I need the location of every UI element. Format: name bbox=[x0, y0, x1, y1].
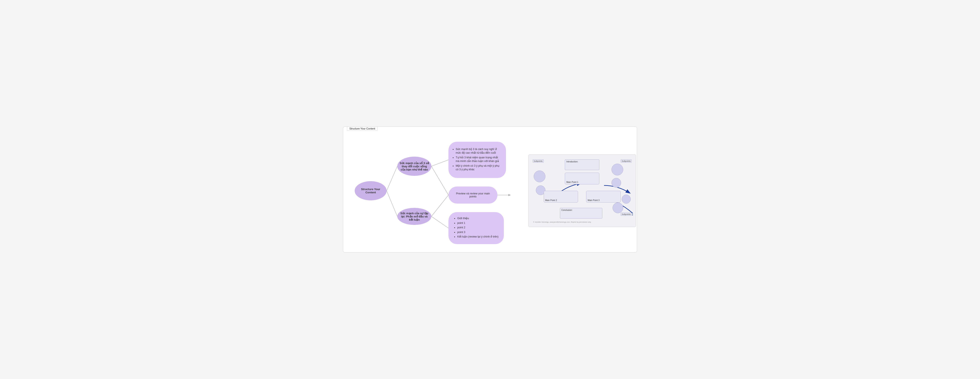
introduction-box: Introduction: bbox=[565, 160, 599, 170]
main-layout: Structure Your Content Sức mạnh của số 3… bbox=[348, 135, 632, 246]
circle-br-1 bbox=[612, 203, 623, 213]
bullet-b4: point 3 bbox=[457, 230, 498, 234]
circle-left-1 bbox=[534, 171, 546, 182]
subpoints-label-2: Subpoints bbox=[620, 160, 632, 163]
circle-right-2 bbox=[611, 178, 621, 187]
main-point-2-box: Main Point 2 bbox=[544, 191, 578, 203]
center-node: Structure Your Content bbox=[355, 181, 387, 200]
conclusion-box: Conclusion: bbox=[560, 208, 603, 219]
bullet-3: Một ý chính có 3 ý phụ và một ý phụ có 3… bbox=[456, 164, 502, 171]
node-bottom-right: Giới thiệu point 1 point 2 point 3 Kết l… bbox=[449, 212, 504, 244]
main-point-1-box: Main Point 1 bbox=[565, 173, 599, 184]
bullet-b3: point 2 bbox=[457, 226, 498, 230]
branch-bottom-node: Sức mạnh của sự lặp lại: Phần mở đầu và … bbox=[397, 208, 431, 225]
bullet-b2: point 1 bbox=[457, 221, 498, 225]
circle-right-1 bbox=[611, 164, 623, 176]
svg-line-5 bbox=[431, 216, 449, 228]
branch-top-node: Sức mạnh của số 3 sẽ thay đổi cuộc sống … bbox=[397, 157, 431, 176]
svg-line-3 bbox=[431, 166, 449, 195]
svg-line-0 bbox=[387, 166, 397, 191]
svg-line-1 bbox=[387, 191, 397, 216]
diagram-footer: © Jennifer Hennings, www.jenniferhenning… bbox=[533, 221, 592, 223]
bullet-b5: Kết luận (review lại ý chính ở trên) bbox=[457, 235, 498, 239]
bullet-b1: Giới thiệu bbox=[457, 217, 498, 221]
main-container: Structure Your Content bbox=[343, 126, 637, 253]
node-top-right: Sức mạnh bộ 3 là cách suy nghĩ ở mức độ … bbox=[449, 142, 506, 178]
diagram-panel: Subpoints Subpoints Subpoints Introducti… bbox=[528, 155, 636, 227]
svg-line-2 bbox=[431, 160, 449, 166]
mindmap: Structure Your Content Sức mạnh của số 3… bbox=[348, 135, 524, 246]
subpoints-label-3: Subpoints bbox=[620, 213, 632, 216]
subpoints-label-1: Subpoints bbox=[533, 160, 544, 163]
main-point-3-box: Main Point 3 bbox=[586, 191, 620, 203]
node-middle-right: Preview và review your main points bbox=[449, 187, 498, 203]
diagram-inner: Subpoints Subpoints Subpoints Introducti… bbox=[531, 158, 633, 224]
bullet-2: Tự hỏi 3 khái niệm quan trọng nhất mà mì… bbox=[456, 156, 502, 163]
svg-line-4 bbox=[431, 195, 449, 216]
bullet-1: Sức mạnh bộ 3 là cách suy nghĩ ở mức độ … bbox=[456, 147, 502, 155]
window-title: Structure Your Content bbox=[347, 126, 377, 131]
circle-br-2 bbox=[622, 195, 631, 203]
